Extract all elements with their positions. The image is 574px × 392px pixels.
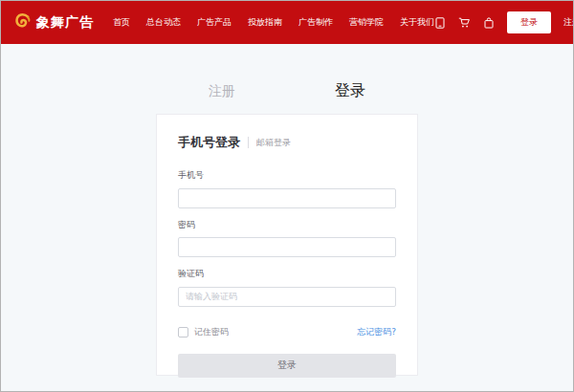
nav-item-production[interactable]: 广告制作 <box>298 16 333 29</box>
options-row: 记住密码 忘记密码? <box>178 326 396 338</box>
phone-field-group: 手机号 <box>178 169 396 219</box>
tab-login[interactable]: 登录 <box>335 81 365 101</box>
cart-icon[interactable] <box>458 17 471 29</box>
main-content: 注册 登录 手机号登录 邮箱登录 手机号 密码 验证码 记住密码 忘记密码? <box>1 44 573 392</box>
nav-right-group: 登录 注册 <box>434 11 574 33</box>
form-title: 手机号登录 <box>178 134 240 151</box>
nav-item-home[interactable]: 首页 <box>113 16 130 29</box>
auth-tabs: 注册 登录 <box>1 44 573 101</box>
password-label: 密码 <box>178 219 396 231</box>
remember-label: 记住密码 <box>194 326 229 338</box>
brand-logo[interactable]: 象舞广告 <box>12 11 94 34</box>
nav-menu: 首页 总台动态 广告产品 投放指南 广告制作 营销学院 关于我们 <box>113 16 434 29</box>
nav-login-button[interactable]: 登录 <box>507 11 551 33</box>
phone-label: 手机号 <box>178 169 396 182</box>
elephant-logo-icon <box>12 11 33 34</box>
nav-item-guide[interactable]: 投放指南 <box>248 16 282 29</box>
form-title-row: 手机号登录 邮箱登录 <box>178 134 396 151</box>
forgot-password-link[interactable]: 忘记密码? <box>357 326 396 338</box>
mobile-icon[interactable] <box>434 17 446 29</box>
captcha-field-group: 验证码 <box>178 268 396 317</box>
login-page: { "nav": { "brand": "象舞广告", "items": ["首… <box>0 0 574 392</box>
email-login-link[interactable]: 邮箱登录 <box>256 137 291 149</box>
bag-icon[interactable] <box>483 17 495 29</box>
remember-password-option[interactable]: 记住密码 <box>178 326 229 338</box>
nav-item-products[interactable]: 广告产品 <box>197 16 232 29</box>
remember-checkbox[interactable] <box>178 327 188 338</box>
nav-register-link[interactable]: 注册 <box>563 16 574 29</box>
tab-register[interactable]: 注册 <box>209 83 235 100</box>
brand-name: 象舞广告 <box>36 14 94 32</box>
login-submit-button[interactable]: 登录 <box>178 354 396 378</box>
nav-item-news[interactable]: 总台动态 <box>146 16 181 29</box>
captcha-input[interactable] <box>178 287 396 307</box>
nav-item-academy[interactable]: 营销学院 <box>349 16 384 29</box>
password-field-group: 密码 <box>178 219 396 269</box>
phone-input[interactable] <box>178 188 396 208</box>
login-card: 手机号登录 邮箱登录 手机号 密码 验证码 记住密码 忘记密码? 登录 <box>156 114 418 376</box>
captcha-label: 验证码 <box>178 268 396 280</box>
top-nav: 象舞广告 首页 总台动态 广告产品 投放指南 广告制作 营销学院 关于我们 <box>1 1 573 44</box>
nav-item-about[interactable]: 关于我们 <box>400 16 434 29</box>
title-divider <box>248 137 249 148</box>
password-input[interactable] <box>178 237 396 257</box>
